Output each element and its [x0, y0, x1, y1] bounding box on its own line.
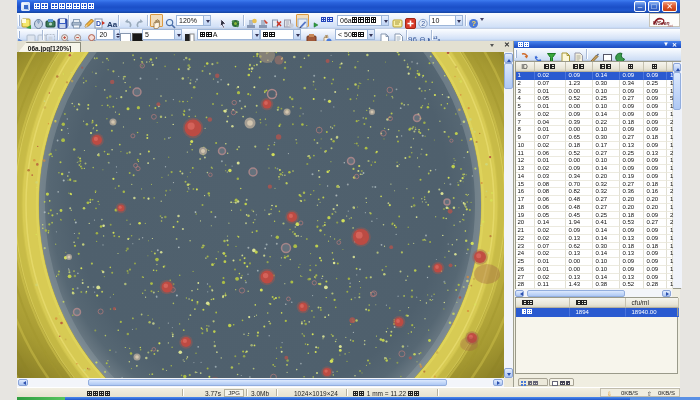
svg-text:2: 2	[421, 20, 425, 27]
svg-text:?: ?	[472, 19, 477, 28]
svg-text:D: D	[96, 20, 101, 27]
svg-text:.net: .net	[667, 24, 673, 28]
svg-text:Aa: Aa	[107, 20, 118, 29]
